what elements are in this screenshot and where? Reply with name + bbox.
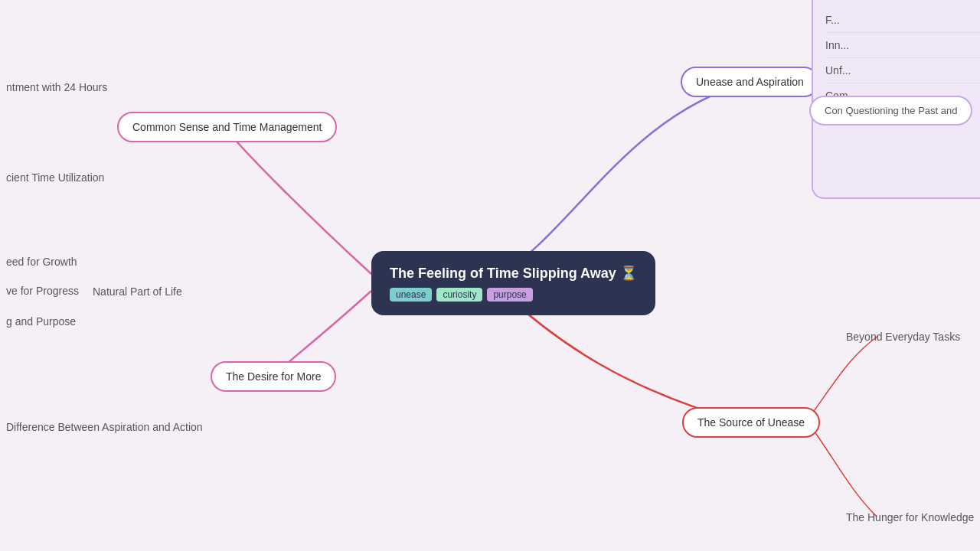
- panel-item-inner[interactable]: Inn...: [825, 33, 980, 58]
- hunger-knowledge-node[interactable]: The Hunger for Knowledge: [840, 508, 980, 527]
- mindmap-canvas: The Feeling of Time Slipping Away ⏳ unea…: [0, 0, 980, 551]
- content-24-node[interactable]: ntment with 24 Hours: [0, 78, 113, 96]
- tag-purpose[interactable]: purpose: [487, 288, 532, 302]
- desire-more-node[interactable]: The Desire for More: [211, 361, 336, 392]
- drive-progress-node[interactable]: ve for Progress: [0, 282, 85, 300]
- common-sense-node[interactable]: Common Sense and Time Management: [117, 112, 337, 142]
- center-node[interactable]: The Feeling of Time Slipping Away ⏳ unea…: [371, 251, 655, 315]
- meaning-purpose-node[interactable]: g and Purpose: [0, 312, 82, 331]
- beyond-everyday-node[interactable]: Beyond Everyday Tasks: [840, 328, 966, 346]
- panel-item-unf[interactable]: Unf...: [825, 58, 980, 83]
- center-node-tags: unease curiosity purpose: [390, 288, 637, 302]
- tag-curiosity[interactable]: curiosity: [436, 288, 482, 302]
- efficient-time-node[interactable]: cient Time Utilization: [0, 168, 110, 187]
- natural-life-node[interactable]: Natural Part of Life: [87, 282, 188, 301]
- panel-item-1[interactable]: F...: [825, 8, 980, 33]
- tag-unease[interactable]: unease: [390, 288, 432, 302]
- center-node-title: The Feeling of Time Slipping Away ⏳: [390, 265, 637, 282]
- need-growth-node[interactable]: eed for Growth: [0, 253, 83, 271]
- unease-aspiration-node[interactable]: Unease and Aspiration: [681, 67, 819, 97]
- con-questioning-node[interactable]: Con Questioning the Past and: [809, 96, 972, 126]
- source-unease-node[interactable]: The Source of Unease: [682, 407, 820, 438]
- diff-aspiration-node[interactable]: Difference Between Aspiration and Action: [0, 418, 209, 436]
